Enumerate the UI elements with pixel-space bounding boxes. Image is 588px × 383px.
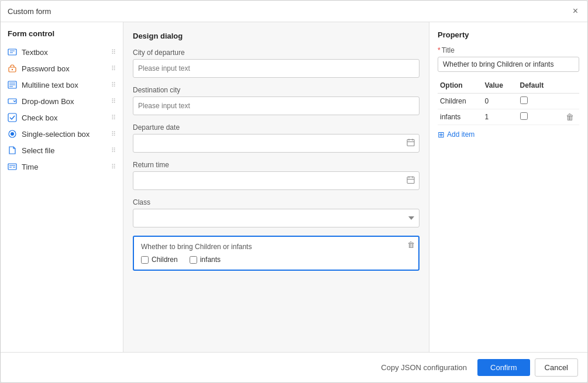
add-item-button[interactable]: ⊞ Add item <box>438 130 474 139</box>
checkbox-item-children[interactable]: Children <box>141 256 178 264</box>
value-infants: 1 <box>482 109 517 125</box>
default-infants-checkbox[interactable] <box>520 112 528 120</box>
delete-children-cell <box>561 94 579 109</box>
dialog-title: Custom form <box>8 7 51 16</box>
return-time-wrapper <box>133 171 419 190</box>
sidebar-item-password-label: Password box <box>22 64 70 73</box>
option-children: Children <box>438 94 482 109</box>
sidebar-item-time[interactable]: Time ⠿ <box>1 158 123 175</box>
drag-handle-file[interactable]: ⠿ <box>111 147 116 154</box>
radio-icon <box>8 129 17 139</box>
drag-handle-radio[interactable]: ⠿ <box>111 130 116 138</box>
design-dialog-heading: Design dialog <box>133 32 419 40</box>
option-header: Option <box>438 79 482 94</box>
required-star: * <box>438 46 441 54</box>
default-children-cell <box>518 94 561 109</box>
table-row: infants 1 🗑 <box>438 109 579 125</box>
return-time-input[interactable] <box>133 171 419 190</box>
checkbox-infants-input[interactable] <box>190 256 197 264</box>
default-infants-cell <box>518 109 561 125</box>
table-row: Children 0 <box>438 94 579 109</box>
sidebar-item-textbox[interactable]: Textbox ⠿ <box>1 44 123 60</box>
class-field: Class <box>133 198 419 227</box>
drag-handle-textbox[interactable]: ⠿ <box>111 49 116 56</box>
calendar-icon-departure[interactable] <box>407 139 415 149</box>
dialog-footer: Copy JSON configuration Confirm Cancel <box>1 352 587 382</box>
dialog-body: Form control Textbox ⠿ Password box <box>1 22 587 352</box>
checkbox-group-title: Whether to bring Children or infants <box>141 243 411 251</box>
drag-handle-dropdown[interactable]: ⠿ <box>111 98 116 105</box>
multiline-icon <box>8 80 17 89</box>
middle-panel: Design dialog City of departure Destinat… <box>123 22 429 352</box>
sidebar-item-radio[interactable]: Single-selection box ⠿ <box>1 126 123 142</box>
class-select[interactable] <box>133 209 419 227</box>
delete-infants-button[interactable]: 🗑 <box>566 112 574 122</box>
city-of-departure-input[interactable] <box>133 59 419 78</box>
custom-form-dialog: Custom form × Form control Textbox ⠿ <box>0 0 588 383</box>
return-time-label: Return time <box>133 161 419 169</box>
checkbox-children-label: Children <box>152 256 178 264</box>
departure-date-label: Departure date <box>133 123 419 132</box>
delete-infants-cell: 🗑 <box>561 109 579 125</box>
svg-rect-10 <box>8 113 16 122</box>
checkbox-children-input[interactable] <box>141 256 149 264</box>
drag-handle-multiline[interactable]: ⠿ <box>111 81 116 89</box>
calendar-icon-return[interactable] <box>407 176 415 186</box>
departure-date-wrapper <box>133 134 419 153</box>
title-required-label: *Title <box>438 46 579 54</box>
sidebar-item-time-label: Time <box>22 163 38 171</box>
sidebar-item-select-file[interactable]: Select file ⠿ <box>1 142 123 158</box>
value-children: 0 <box>482 94 517 109</box>
sidebar-item-dropdown[interactable]: Drop-down Box ⠿ <box>1 93 123 109</box>
city-of-departure-label: City of departure <box>133 49 419 57</box>
action-header <box>561 79 579 94</box>
departure-date-input[interactable] <box>133 134 419 153</box>
value-header: Value <box>482 79 517 94</box>
svg-rect-17 <box>407 140 414 146</box>
file-icon <box>8 146 17 155</box>
confirm-button[interactable]: Confirm <box>477 359 530 376</box>
drag-handle-checkbox[interactable]: ⠿ <box>111 114 116 122</box>
sidebar-item-password-box[interactable]: Password box ⠿ <box>1 60 123 77</box>
sidebar-item-radio-label: Single-selection box <box>22 130 90 139</box>
dialog-titlebar: Custom form × <box>1 1 587 22</box>
checkbox-items: Children infants <box>141 256 411 264</box>
cancel-button[interactable]: Cancel <box>535 358 578 377</box>
sidebar-item-checkbox-label: Check box <box>22 113 57 122</box>
svg-rect-21 <box>407 177 414 184</box>
sidebar-item-checkbox[interactable]: Check box ⠿ <box>1 109 123 126</box>
default-header: Default <box>518 79 561 94</box>
sidebar-item-multiline-label: Multiline text box <box>22 81 78 89</box>
right-panel: Property *Title Whether to bring Childre… <box>429 22 587 352</box>
title-value: Whether to bring Children or infants <box>438 57 579 72</box>
time-icon <box>8 162 17 171</box>
drag-handle-time[interactable]: ⠿ <box>111 163 116 171</box>
property-heading: Property <box>438 30 579 39</box>
copy-json-button[interactable]: Copy JSON configuration <box>375 360 473 375</box>
sidebar-item-textbox-label: Textbox <box>22 48 48 57</box>
sidebar-item-multiline[interactable]: Multiline text box ⠿ <box>1 77 123 93</box>
return-time-field: Return time <box>133 161 419 190</box>
close-button[interactable]: × <box>570 5 580 17</box>
default-children-checkbox[interactable] <box>520 96 528 104</box>
destination-city-field: Destination city <box>133 86 419 115</box>
svg-point-4 <box>12 69 13 70</box>
svg-rect-0 <box>8 49 16 55</box>
sidebar-item-file-label: Select file <box>22 146 54 155</box>
checkbox-item-infants[interactable]: infants <box>190 256 221 264</box>
card-delete-button[interactable]: 🗑 <box>407 240 415 249</box>
dropdown-icon <box>8 96 17 106</box>
svg-point-12 <box>11 132 14 136</box>
destination-city-input[interactable] <box>133 96 419 115</box>
svg-rect-13 <box>8 164 16 170</box>
textbox-icon <box>8 47 17 57</box>
option-infants: infants <box>438 109 482 125</box>
checkbox-infants-label: infants <box>200 256 221 264</box>
add-item-label: Add item <box>447 130 474 139</box>
options-table: Option Value Default Children 0 <box>438 79 579 125</box>
class-label: Class <box>133 198 419 206</box>
checkbox-icon <box>8 113 17 122</box>
drag-handle-password[interactable]: ⠿ <box>111 65 116 73</box>
password-icon <box>8 64 17 73</box>
sidebar-item-dropdown-label: Drop-down Box <box>22 97 74 106</box>
